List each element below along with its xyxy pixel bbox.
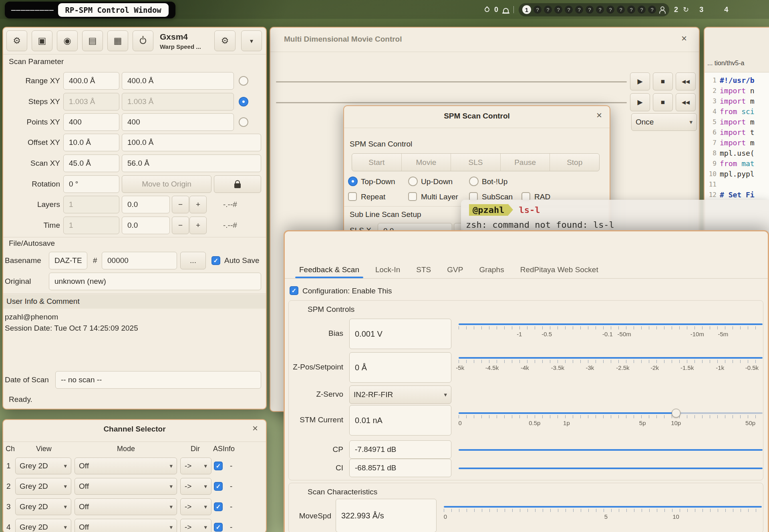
sls-button[interactable]: SLS <box>451 154 501 171</box>
steps-radio[interactable] <box>239 97 248 106</box>
window-icon[interactable]: ? <box>544 6 552 14</box>
view-dropdown[interactable]: Grey 2D▾ <box>15 519 71 532</box>
layers-minus-button[interactable]: − <box>172 196 189 213</box>
ci-field[interactable]: -68.8571 dB <box>349 459 451 477</box>
time-field[interactable]: 1 <box>63 217 119 234</box>
tab-graphs[interactable]: Graphs <box>471 261 512 278</box>
mode-dropdown[interactable]: Off▾ <box>74 458 177 474</box>
window-icon[interactable]: ? <box>648 6 656 14</box>
workspace-3-indicator[interactable]: 3 <box>699 6 703 14</box>
movespd-slider[interactable]: 0 5 10 <box>444 503 762 524</box>
time-value-field[interactable]: 0.0 <box>122 217 170 234</box>
scan-x-field[interactable]: 45.0 Å <box>63 155 119 172</box>
counter-field[interactable]: 00000 <box>102 252 177 269</box>
window-icon[interactable]: ? <box>554 6 562 14</box>
mode-dropdown[interactable]: Off▾ <box>74 478 177 495</box>
stm-current-slider[interactable]: 0 0.5p 1p 5p 10p 50p <box>459 409 763 430</box>
stop-button[interactable]: Stop <box>550 154 599 171</box>
window-icon[interactable]: ? <box>565 6 573 14</box>
stop-button-2[interactable]: ■ <box>653 93 673 111</box>
person-icon[interactable] <box>658 6 666 13</box>
window-list-pill[interactable]: 1 ? ? ? ? ? ? ? ? ? ? ? ? <box>519 3 669 16</box>
workspace-4-indicator[interactable]: 4 <box>724 6 728 14</box>
rotation-field[interactable]: 0 ° <box>63 175 119 193</box>
radio-top-down[interactable] <box>348 177 358 186</box>
layers-value-field[interactable]: 0.0 <box>122 196 170 213</box>
basename-field[interactable]: DAZ-TE <box>49 252 87 269</box>
bell-icon[interactable] <box>503 8 509 12</box>
window-icon[interactable]: ? <box>586 6 594 14</box>
workspace-2-indicator[interactable]: 2 <box>674 6 678 14</box>
range-y-field[interactable]: 400.0 Å <box>122 72 234 90</box>
record-button[interactable]: ◉ <box>57 30 78 51</box>
dir-dropdown[interactable]: ->▾ <box>180 458 211 474</box>
time-minus-button[interactable]: − <box>172 217 189 234</box>
multi-layer-checkbox[interactable] <box>408 192 417 201</box>
time-plus-button[interactable]: + <box>189 217 207 234</box>
bias-slider[interactable]: -1 -0.5 -0.1 -50m -10m -5m <box>459 320 763 341</box>
menu-dropdown-button[interactable]: ▾ <box>241 30 262 51</box>
movie-slider-track-2[interactable] <box>276 102 627 103</box>
radio-bot-up[interactable] <box>469 177 479 186</box>
asinfo-checkbox[interactable]: ✓ <box>214 482 223 491</box>
cp-field[interactable]: -7.84971 dB <box>349 440 451 459</box>
asinfo-checkbox[interactable]: ✓ <box>214 523 223 532</box>
more-button[interactable]: ... <box>180 252 206 269</box>
window-title-pill[interactable]: ───────── RP-SPM Control Window <box>5 2 175 18</box>
move-to-origin-button[interactable]: Move to Origin <box>122 175 211 193</box>
tab-gvp[interactable]: GVP <box>439 261 471 278</box>
ci-slider[interactable] <box>459 464 763 472</box>
close-icon[interactable]: × <box>678 32 690 44</box>
range-radio[interactable] <box>239 76 248 86</box>
radio-up-down[interactable] <box>408 177 418 186</box>
original-field[interactable]: unknown (new) <box>49 273 261 290</box>
workspace-1-indicator[interactable]: 1 <box>522 5 531 14</box>
repeat-checkbox[interactable] <box>348 192 357 201</box>
mode-dropdown[interactable]: Off▾ <box>74 498 177 515</box>
points-x-field[interactable]: 400 <box>63 113 119 131</box>
lock-button[interactable] <box>214 175 261 193</box>
slider-handle[interactable] <box>672 409 680 418</box>
zservo-dropdown[interactable]: IN2-RF-FIR ▾ <box>349 385 451 404</box>
settings-button[interactable]: ⚙ <box>214 30 236 51</box>
bias-field[interactable]: 0.001 V <box>349 319 451 349</box>
pause-button[interactable]: Pause <box>501 154 550 171</box>
close-icon[interactable]: × <box>593 109 605 121</box>
range-x-field[interactable]: 400.0 Å <box>63 72 119 90</box>
snapshot-button[interactable]: ▣ <box>32 30 52 51</box>
zpos-slider[interactable]: -5k -4.5k -4k -3.5k -3k -2.5k -2k -1.5k … <box>459 354 763 375</box>
window-icon[interactable]: ? <box>575 6 583 14</box>
window-icon[interactable]: ? <box>596 6 604 14</box>
window-icon[interactable]: ? <box>606 6 614 14</box>
tab-sts[interactable]: STS <box>408 261 439 278</box>
refresh-icon[interactable]: ↻ <box>683 5 689 14</box>
offset-y-field[interactable]: 100.0 Å <box>122 134 261 151</box>
editor-path[interactable]: ... tion/thv5-a <box>707 60 745 67</box>
tab-feedback-scan[interactable]: Feedback & Scan <box>291 261 367 278</box>
stm-current-field[interactable]: 0.01 nA <box>349 405 451 436</box>
rewind-button-2[interactable]: ◀◀ <box>676 93 696 111</box>
points-y-field[interactable]: 400 <box>122 113 234 131</box>
view-dropdown[interactable]: Grey 2D▾ <box>15 498 71 515</box>
scan-y-field[interactable]: 56.0 Å <box>122 155 261 172</box>
tools-button[interactable]: ⚙ <box>6 30 27 51</box>
dir-dropdown[interactable]: ->▾ <box>180 519 211 532</box>
window-icon[interactable]: ? <box>533 6 542 14</box>
tab-lock-in[interactable]: Lock-In <box>367 261 408 278</box>
window-icon[interactable]: ? <box>617 6 625 14</box>
window-icon[interactable]: ? <box>638 6 646 14</box>
rewind-button[interactable]: ◀◀ <box>676 72 696 90</box>
configuration-enable-checkbox[interactable]: ✓ <box>290 286 298 295</box>
window-icon[interactable]: ? <box>627 6 635 14</box>
movespd-field[interactable]: 322.993 Å/s <box>336 499 437 532</box>
tab-redpitaya-web-socket[interactable]: RedPitaya Web Socket <box>512 261 606 278</box>
movie-button[interactable]: Movie <box>402 154 451 171</box>
save-button[interactable]: ▦ <box>107 30 128 51</box>
once-dropdown[interactable]: Once ▾ <box>631 113 697 131</box>
zpos-field[interactable]: 0 Å <box>349 352 451 383</box>
offset-x-field[interactable]: 10.0 Å <box>63 134 119 151</box>
stop-button[interactable]: ■ <box>653 72 673 90</box>
power-button[interactable] <box>133 30 153 51</box>
movie-slider-track-1[interactable] <box>276 81 627 82</box>
date-of-scan-field[interactable]: -- no scan -- <box>55 371 261 389</box>
